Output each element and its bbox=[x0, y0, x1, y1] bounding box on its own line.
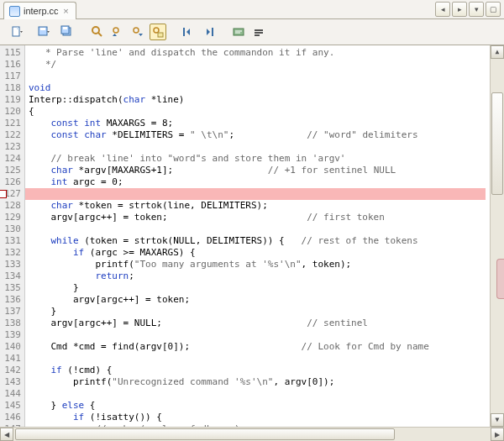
scroll-thumb-v[interactable] bbox=[491, 92, 503, 195]
line-number[interactable]: 136 bbox=[0, 294, 21, 306]
line-number[interactable]: 121 bbox=[0, 118, 21, 129]
shift-left-button[interactable] bbox=[180, 24, 197, 40]
code-line[interactable]: void bbox=[29, 82, 504, 94]
new-file-button[interactable] bbox=[5, 24, 29, 40]
code-line[interactable]: Cmd *cmd = find(argv[0]); // Look for Cm… bbox=[29, 341, 504, 353]
line-number[interactable]: 132 bbox=[0, 247, 21, 259]
vertical-scrollbar[interactable]: ▲ ▼ bbox=[490, 45, 504, 427]
code-line[interactable] bbox=[29, 329, 504, 341]
svg-rect-2 bbox=[40, 28, 45, 30]
code-line[interactable]: const int MAXARGS = 8; bbox=[29, 118, 504, 129]
save-button[interactable] bbox=[32, 24, 55, 40]
code-line[interactable] bbox=[29, 141, 504, 153]
line-number[interactable]: 134 bbox=[0, 270, 21, 282]
line-number[interactable]: 128 bbox=[0, 200, 21, 212]
side-drag-handle[interactable] bbox=[496, 259, 504, 299]
code-line[interactable]: Interp::dispatch(char *line) bbox=[29, 94, 504, 106]
find-button[interactable] bbox=[89, 24, 106, 40]
file-tab[interactable]: interp.cc × bbox=[3, 2, 76, 19]
line-number[interactable]: 133 bbox=[0, 259, 21, 270]
code-line[interactable]: // break 'line' into "word"s and store t… bbox=[29, 153, 504, 165]
code-line[interactable]: int argc = 0; bbox=[29, 176, 504, 188]
code-line[interactable]: } else { bbox=[29, 400, 504, 412]
code-line[interactable]: * Parse 'line' and dispatch the commando… bbox=[29, 47, 504, 59]
scroll-right-button[interactable]: ▶ bbox=[491, 428, 504, 441]
save-all-button[interactable] bbox=[59, 24, 76, 40]
code-line[interactable]: } bbox=[29, 306, 504, 318]
scroll-up-button[interactable]: ▲ bbox=[491, 45, 504, 59]
line-number[interactable]: 116 bbox=[0, 59, 21, 71]
code-line[interactable]: char *argv[MAXARGS+1]; // +1 for sentine… bbox=[29, 165, 504, 176]
line-number[interactable]: 138 bbox=[0, 318, 21, 329]
code-line[interactable]: const char *DELIMITERS = " \t\n"; // "wo… bbox=[29, 129, 504, 141]
line-number[interactable]: 146 bbox=[0, 412, 21, 423]
line-number[interactable]: 122 bbox=[0, 129, 21, 141]
line-number[interactable]: 140 bbox=[0, 341, 21, 353]
line-number[interactable]: 115 bbox=[0, 47, 21, 59]
code-line[interactable]: argv[argc++] = token; bbox=[29, 294, 504, 306]
code-line[interactable]: char *token = strtok(line, DELIMITERS); bbox=[29, 200, 504, 212]
line-number[interactable]: 123 bbox=[0, 141, 21, 153]
line-number[interactable]: 125 bbox=[0, 165, 21, 176]
scroll-track-h[interactable] bbox=[13, 428, 491, 441]
code-editor[interactable]: * Parse 'line' and dispatch the commando… bbox=[25, 45, 504, 427]
horizontal-scrollbar[interactable]: ◀ ▶ bbox=[0, 427, 504, 441]
line-number[interactable]: 124 bbox=[0, 153, 21, 165]
line-number[interactable]: 141 bbox=[0, 353, 21, 365]
line-number[interactable]: 135 bbox=[0, 282, 21, 294]
line-number[interactable]: 126 bbox=[0, 176, 21, 188]
code-line[interactable] bbox=[29, 388, 504, 400]
line-number[interactable]: 143 bbox=[0, 376, 21, 388]
code-line[interactable]: printf("Too many arguments at '%s'\n", t… bbox=[29, 259, 504, 270]
line-number[interactable]: 129 bbox=[0, 212, 21, 223]
code-line[interactable]: argv[argc++] = NULL; // sentinel bbox=[29, 318, 504, 329]
svg-line-7 bbox=[98, 33, 102, 36]
line-number[interactable]: 127 bbox=[0, 188, 21, 200]
code-line[interactable]: argv[argc++] = token; // first token bbox=[29, 212, 504, 223]
code-line[interactable]: } bbox=[29, 282, 504, 294]
scroll-left-button[interactable]: ◀ bbox=[0, 428, 13, 441]
line-number[interactable]: 145 bbox=[0, 400, 21, 412]
breakpoint-marker[interactable] bbox=[0, 190, 7, 198]
shift-right-button[interactable] bbox=[200, 24, 217, 40]
line-number[interactable]: 137 bbox=[0, 306, 21, 318]
tab-bar: interp.cc × ◂ ▸ ▾ ▢ bbox=[0, 0, 504, 19]
highlight-button[interactable] bbox=[150, 24, 166, 40]
code-line[interactable]: { bbox=[29, 106, 504, 118]
code-line[interactable]: printf("Unrecognized command '%s'\n", ar… bbox=[29, 376, 504, 388]
code-line[interactable] bbox=[29, 71, 504, 82]
code-line[interactable]: */ bbox=[29, 59, 504, 71]
line-number[interactable]: 117 bbox=[0, 71, 21, 82]
code-line[interactable] bbox=[29, 223, 504, 235]
tab-maximize-button[interactable]: ▢ bbox=[486, 2, 501, 17]
line-number[interactable]: 130 bbox=[0, 223, 21, 235]
code-line[interactable] bbox=[29, 353, 504, 365]
line-number[interactable]: 144 bbox=[0, 388, 21, 400]
code-line[interactable]: while (token = strtok(NULL, DELIMITERS))… bbox=[29, 235, 504, 247]
tab-close-button[interactable]: × bbox=[62, 7, 71, 15]
tab-scroll-right[interactable]: ▸ bbox=[452, 2, 467, 17]
code-line[interactable]: if (!isatty()) { bbox=[29, 412, 504, 423]
line-number[interactable]: 147 bbox=[0, 423, 21, 427]
scroll-down-button[interactable]: ▼ bbox=[491, 413, 504, 427]
line-number[interactable]: 119 bbox=[0, 94, 21, 106]
line-number[interactable]: 131 bbox=[0, 235, 21, 247]
find-next-button[interactable] bbox=[129, 24, 146, 40]
code-line[interactable]: if (argc >= MAXARGS) { bbox=[29, 247, 504, 259]
line-number[interactable]: 118 bbox=[0, 82, 21, 94]
line-number[interactable]: 142 bbox=[0, 365, 21, 376]
code-line[interactable]: return; bbox=[29, 270, 504, 282]
line-number[interactable]: 120 bbox=[0, 106, 21, 118]
code-line[interactable]: if (!cmd) { bbox=[29, 365, 504, 376]
tab-scroll-left[interactable]: ◂ bbox=[435, 2, 450, 17]
find-prev-button[interactable] bbox=[109, 24, 126, 40]
line-number-gutter[interactable]: 1151161171181191201211221231241251261271… bbox=[0, 45, 25, 427]
comment-button[interactable] bbox=[230, 24, 247, 40]
line-number[interactable]: 139 bbox=[0, 329, 21, 341]
code-line[interactable] bbox=[25, 188, 486, 200]
uncomment-button[interactable] bbox=[250, 24, 267, 40]
scroll-thumb-h[interactable] bbox=[15, 428, 395, 440]
code-line[interactable]: // echo (analog of dbx -e) bbox=[29, 423, 504, 427]
scroll-track-v[interactable] bbox=[491, 59, 504, 413]
tab-list-button[interactable]: ▾ bbox=[469, 2, 484, 17]
